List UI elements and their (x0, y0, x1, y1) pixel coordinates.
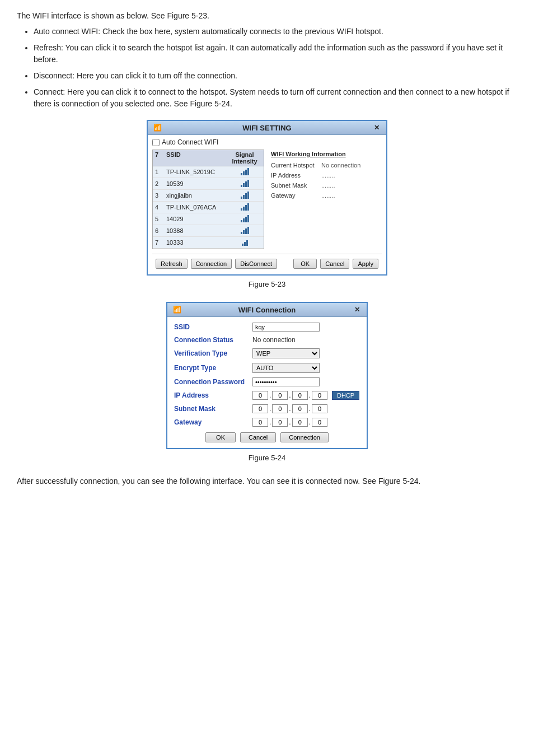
wifi-info-ip-row: IP Address ........ (271, 172, 380, 179)
wifi-conn-titlebar: 📶 WIFI Connection ✕ (167, 303, 367, 317)
wifi-list-header: 7 SSID Signal Intensity (153, 150, 264, 166)
gw-octet-2[interactable] (272, 418, 288, 427)
wifi-info-ip-value: ........ (321, 172, 335, 179)
ssid-input[interactable] (252, 323, 320, 332)
table-row[interactable]: 2 10539 (153, 178, 264, 190)
wifi-conn-title: WIFI Connection (238, 306, 296, 314)
gw-octet-3[interactable] (292, 418, 308, 427)
verification-type-select[interactable]: WEP WPA WPA2 None (252, 348, 320, 358)
wifi-info-gateway-label: Gateway (271, 192, 321, 199)
footer-paragraph: After successfully connection, you can s… (17, 475, 517, 487)
wifi-info-gateway-row: Gateway ........ (271, 192, 380, 199)
wifi-info-panel: WIFI Working Information Current Hotspot… (269, 150, 382, 249)
ip-octet-1[interactable] (252, 391, 268, 400)
conn-verify-label: Verification Type (174, 349, 252, 357)
subnet-mask-group: . . . (252, 404, 327, 413)
wifi-info-gateway-value: ........ (321, 192, 335, 199)
cancel-button[interactable]: Cancel (320, 259, 349, 269)
conn-password-row: Connection Password (174, 377, 360, 386)
wifi-info-mask-value: ........ (321, 182, 335, 189)
dhcp-button[interactable]: DHCP (332, 391, 359, 400)
table-row[interactable]: 4 TP-LINK_076ACA (153, 202, 264, 213)
encrypt-type-select[interactable]: AUTO TKIP AES (252, 363, 320, 373)
conn-status-row: Connection Status No connection (174, 336, 360, 344)
password-input[interactable] (252, 377, 320, 386)
wifi-setting-titlebar: 📶 WIFI SETTING ✕ (148, 121, 386, 135)
connection-button[interactable]: Connection (191, 259, 232, 269)
conn-encrypt-row: Encrypt Type AUTO TKIP AES (174, 363, 360, 373)
intro-paragraph: The WIFI interface is shown as below. Se… (17, 11, 517, 20)
col-signal-header: Signal Intensity (228, 151, 261, 165)
conn-ip-label: IP Address (174, 391, 252, 399)
conn-gateway-label: Gateway (174, 418, 252, 426)
col-num-header: 7 (155, 151, 166, 165)
gateway-group: . . . (252, 418, 327, 427)
feature-list: Auto connect WIFI: Check the box here, s… (22, 26, 517, 110)
mask-octet-4[interactable] (312, 404, 327, 413)
ip-octet-2[interactable] (272, 391, 288, 400)
table-row[interactable]: 7 10333 (153, 237, 264, 249)
mask-octet-3[interactable] (292, 404, 308, 413)
wifi-icon: 📶 (152, 123, 162, 133)
table-row[interactable]: 3 xingjiaibn (153, 190, 264, 202)
gw-octet-1[interactable] (252, 418, 268, 427)
wifi-info-title: WIFI Working Information (271, 151, 380, 157)
wifi-info-mask-row: Subnet Mask ........ (271, 182, 380, 189)
conn-ok-button[interactable]: OK (205, 432, 236, 442)
conn-dialog-buttons: OK Cancel Connection (174, 432, 360, 442)
conn-mask-row: Subnet Mask . . . (174, 404, 360, 413)
wifi-network-list: 7 SSID Signal Intensity 1 TP-LINK_52019C… (152, 150, 264, 249)
auto-connect-label: Auto Connect WIFI (162, 138, 218, 146)
wifi-setting-buttons: Refresh Connection DisConnect OK Cancel … (152, 254, 382, 271)
col-ssid-header: SSID (166, 151, 228, 165)
auto-connect-checkbox[interactable] (152, 139, 160, 146)
wifi-info-ip-label: IP Address (271, 172, 321, 179)
wifi-info-mask-label: Subnet Mask (271, 182, 321, 189)
conn-ssid-label: SSID (174, 323, 252, 331)
conn-close-icon[interactable]: ✕ (352, 305, 362, 315)
wifi-info-hotspot-label: Current Hotspot (271, 162, 321, 169)
figure-523-label: Figure 5-23 (249, 280, 285, 288)
wifi-info-hotspot-value: No connection (321, 162, 360, 169)
wifi-setting-dialog: 📶 WIFI SETTING ✕ Auto Connect WIFI 7 SSI… (147, 120, 387, 276)
mask-octet-1[interactable] (252, 404, 268, 413)
ok-button[interactable]: OK (293, 259, 317, 269)
conn-password-label: Connection Password (174, 378, 252, 386)
wifi-setting-title: WIFI SETTING (242, 124, 291, 132)
close-icon[interactable]: ✕ (372, 123, 382, 133)
table-row[interactable]: 5 14029 (153, 213, 264, 225)
list-item-auto-connect: Auto connect WIFI: Check the box here, s… (34, 26, 517, 38)
wifi-connection-dialog: 📶 WIFI Connection ✕ SSID Connection Stat… (166, 302, 368, 449)
conn-connection-button[interactable]: Connection (280, 432, 329, 442)
list-item-connect: Connect: Here you can click it to connec… (34, 86, 517, 110)
wifi-conn-content: SSID Connection Status No connection Ver… (167, 317, 367, 448)
conn-ssid-row: SSID (174, 323, 360, 332)
mask-octet-2[interactable] (272, 404, 288, 413)
list-item-disconnect: Disconnect: Here you can click it to tur… (34, 70, 517, 82)
wifi-setting-content: Auto Connect WIFI 7 SSID Signal Intensit… (148, 135, 386, 274)
conn-status-label: Connection Status (174, 336, 252, 344)
auto-connect-row: Auto Connect WIFI (152, 138, 382, 146)
conn-status-value: No connection (252, 336, 296, 344)
figure-523-container: 📶 WIFI SETTING ✕ Auto Connect WIFI 7 SSI… (17, 120, 517, 294)
wifi-info-hotspot-row: Current Hotspot No connection (271, 162, 380, 169)
ip-address-group: . . . DHCP (252, 391, 359, 400)
table-row[interactable]: 1 TP-LINK_52019C (153, 166, 264, 178)
conn-encrypt-label: Encrypt Type (174, 364, 252, 372)
table-row[interactable]: 6 10388 (153, 225, 264, 237)
conn-ip-row: IP Address . . . DHCP (174, 391, 360, 400)
wifi-main-area: 7 SSID Signal Intensity 1 TP-LINK_52019C… (152, 150, 382, 249)
disconnect-button[interactable]: DisConnect (235, 259, 277, 269)
figure-524-label: Figure 5-24 (249, 454, 285, 462)
ip-octet-3[interactable] (292, 391, 308, 400)
gw-octet-4[interactable] (312, 418, 327, 427)
refresh-button[interactable]: Refresh (156, 259, 188, 269)
list-item-refresh: Refresh: You can click it to search the … (34, 42, 517, 66)
ip-octet-4[interactable] (312, 391, 327, 400)
conn-cancel-button[interactable]: Cancel (240, 432, 276, 442)
apply-button[interactable]: Apply (353, 259, 378, 269)
conn-mask-label: Subnet Mask (174, 405, 252, 413)
conn-gateway-row: Gateway . . . (174, 418, 360, 427)
conn-verify-row: Verification Type WEP WPA WPA2 None (174, 348, 360, 358)
figure-524-container: 📶 WIFI Connection ✕ SSID Connection Stat… (17, 302, 517, 468)
